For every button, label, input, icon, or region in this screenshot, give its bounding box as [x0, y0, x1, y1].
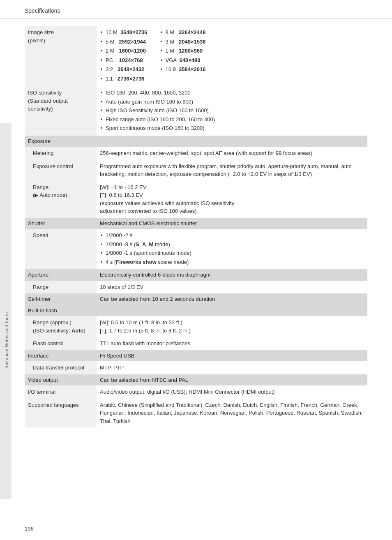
- flash-section-label: Built-in flash: [25, 305, 367, 316]
- list-item: 16:9 3584×2016: [160, 65, 206, 74]
- exposure-range-label: Range(▶ Auto mode): [25, 181, 97, 218]
- data-transfer-row: Data transfer protocol MTP, PTP: [25, 361, 367, 374]
- exposure-control-value: Programmed auto exposure with flexible p…: [97, 160, 367, 181]
- io-terminal-value: Audio/video output; digital I/O (USB); H…: [97, 385, 367, 399]
- io-terminal-label: I/O terminal: [25, 385, 97, 399]
- list-item: 8 M 3264×2448: [160, 28, 206, 37]
- header-title: Specifications: [25, 7, 60, 14]
- list-item: 3 M 2048×1536: [160, 38, 206, 46]
- shutter-section-label: Shutter: [25, 218, 97, 229]
- list-item: Fixed range auto (ISO 160 to 200, 160 to…: [100, 115, 364, 124]
- iso-sensitivity-label: ISO sensitivity(Standard outputsensitivi…: [25, 86, 97, 136]
- supported-languages-row: Supported languages Arabic, Chinese (Sim…: [25, 399, 367, 428]
- image-size-label: Image size(pixels): [25, 26, 97, 86]
- list-item: 1 M 1280×960: [160, 47, 206, 55]
- aperture-range-row: Range 10 steps of 1/3 EV: [25, 281, 367, 294]
- speed-label: Speed: [25, 229, 97, 269]
- video-output-value: Can be selected from NTSC and PAL: [97, 374, 367, 386]
- iso-sensitivity-row: ISO sensitivity(Standard outputsensitivi…: [25, 86, 367, 136]
- shutter-section-header: Shutter Mechanical and CMOS electronic s…: [25, 218, 367, 229]
- image-size-value: 10 M 3648×2736 5 M 2592×1944 2 M 1600×12…: [97, 26, 367, 86]
- flash-control-row: Flash control TTL auto flash with monito…: [25, 337, 367, 350]
- self-timer-value: Can be selected from 10 and 2 seconds du…: [97, 293, 367, 305]
- aperture-section-label: Aperture: [25, 269, 97, 281]
- exposure-control-row: Exposure control Programmed auto exposur…: [25, 160, 367, 181]
- flash-range-label: Range (approx.)(ISO sensitivity: Auto): [25, 316, 97, 337]
- data-transfer-value: MTP, PTP: [97, 361, 367, 374]
- speed-row: Speed 1/2000 -2 s 1/2000 -8 s (S, A, M m…: [25, 229, 367, 269]
- self-timer-row: Self-timer Can be selected from 10 and 2…: [25, 293, 367, 305]
- image-size-col-1: 10 M 3648×2736 5 M 2592×1944 2 M 1600×12…: [100, 28, 148, 84]
- flash-control-label: Flash control: [25, 337, 97, 350]
- shutter-section-value: Mechanical and CMOS electronic shutter: [97, 218, 367, 229]
- list-item: 4 s (Fireworks show scene mode): [100, 258, 364, 266]
- flash-section-header: Built-in flash: [25, 305, 367, 316]
- interface-section-value: Hi-Speed USB: [97, 350, 367, 362]
- list-item: 3:2 3648×2432: [100, 65, 148, 74]
- iso-sensitivity-value: ISO 160, 200, 400, 800, 1600, 3200 Auto …: [97, 86, 367, 136]
- image-size-col-2: 8 M 3264×2448 3 M 2048×1536 1 M 1280×960…: [160, 28, 206, 84]
- aperture-section-value: Electronically-controlled 6-blade iris d…: [97, 269, 367, 281]
- spec-table: Image size(pixels) 10 M 3648×2736 5 M 25…: [25, 26, 367, 427]
- aperture-range-value: 10 steps of 1/3 EV: [97, 281, 367, 294]
- list-item: 1:1 2736×2736: [100, 75, 148, 83]
- list-item: PC 1024×768: [100, 56, 148, 65]
- exposure-range-row: Range(▶ Auto mode) [W]: −1 to +16.2 EV […: [25, 181, 367, 218]
- metering-value: 256-segment matrix, center-weighted, spo…: [97, 147, 367, 160]
- exposure-range-value: [W]: −1 to +16.2 EV [T]: 0.6 to 16.3 EV …: [97, 181, 367, 218]
- metering-row: Metering 256-segment matrix, center-weig…: [25, 147, 367, 160]
- list-item: 10 M 3648×2736: [100, 28, 148, 37]
- page-number: 196: [25, 526, 34, 532]
- list-item: 2 M 1600×1200: [100, 47, 148, 55]
- data-transfer-label: Data transfer protocol: [25, 361, 97, 374]
- video-output-row: Video output Can be selected from NTSC a…: [25, 374, 367, 386]
- exposure-section-label: Exposure: [25, 136, 367, 147]
- image-size-row: Image size(pixels) 10 M 3648×2736 5 M 25…: [25, 26, 367, 86]
- list-item: 1/2000 -8 s (S, A, M mode): [100, 240, 364, 249]
- exposure-section-header: Exposure: [25, 136, 367, 147]
- exposure-control-label: Exposure control: [25, 160, 97, 181]
- interface-section-header: Interface Hi-Speed USB: [25, 350, 367, 362]
- speed-value: 1/2000 -2 s 1/2000 -8 s (S, A, M mode) 1…: [97, 229, 367, 269]
- flash-range-value: [W]: 0.5 to 10 m (1 ft. 8 in. to 32 ft.)…: [97, 316, 367, 337]
- list-item: 1/2000 -2 s: [100, 231, 364, 240]
- main-content: Image size(pixels) 10 M 3648×2736 5 M 25…: [0, 18, 392, 444]
- list-item: 5 M 2592×1944: [100, 38, 148, 46]
- list-item: Sport continuous mode (ISO 160 to 3200): [100, 124, 364, 132]
- io-terminal-row: I/O terminal Audio/video output; digital…: [25, 385, 367, 399]
- list-item: Auto (auto gain from ISO 160 to 800): [100, 98, 364, 106]
- self-timer-label: Self-timer: [25, 293, 97, 305]
- flash-range-row: Range (approx.)(ISO sensitivity: Auto) […: [25, 316, 367, 337]
- interface-section-label: Interface: [25, 350, 97, 362]
- metering-label: Metering: [25, 147, 97, 160]
- aperture-section-header: Aperture Electronically-controlled 6-bla…: [25, 269, 367, 281]
- flash-control-value: TTL auto flash with monitor preflashes: [97, 337, 367, 350]
- supported-languages-value: Arabic, Chinese (Simplified and Traditio…: [97, 399, 367, 428]
- side-label: Technical Notes and Index: [4, 311, 9, 369]
- video-output-label: Video output: [25, 374, 97, 386]
- page-header: Specifications: [0, 0, 392, 18]
- list-item: ISO 160, 200, 400, 800, 1600, 3200: [100, 89, 364, 97]
- list-item: 1/8000 -1 s (sport continuous mode): [100, 249, 364, 257]
- list-item: High ISO Sensitivity auto (ISO 160 to 16…: [100, 106, 364, 115]
- aperture-range-label: Range: [25, 281, 97, 294]
- side-label-wrapper: Technical Notes and Index: [0, 123, 12, 499]
- list-item: VGA 640×480: [160, 56, 206, 65]
- supported-languages-label: Supported languages: [25, 399, 97, 428]
